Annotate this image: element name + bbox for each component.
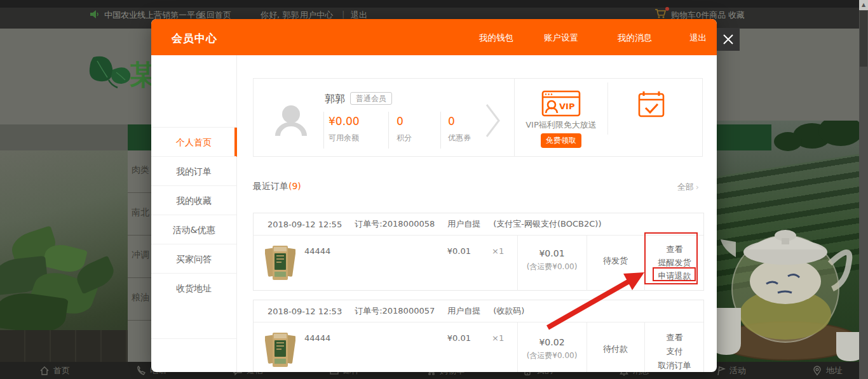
product-image bbox=[265, 330, 295, 369]
nav-account-settings[interactable]: 账户设置 bbox=[544, 32, 578, 44]
order-payment: (支付宝-网银支付(BOCB2C)) bbox=[493, 218, 601, 230]
member-level-badge: 普通会员 bbox=[350, 92, 392, 105]
order-shipping-note: (含运费¥0.00) bbox=[517, 262, 587, 272]
profile-summary-card: 郭郭 普通会员 ¥0.00 可用余额 0 积分 0 优惠券 bbox=[253, 78, 515, 157]
background-photo-right bbox=[717, 121, 860, 362]
nav-my-wallet[interactable]: 我的钱包 bbox=[479, 32, 513, 44]
sidebar-item-my-orders[interactable]: 我的订单 bbox=[151, 156, 236, 185]
bottom-nav-activity[interactable]: 活动 bbox=[715, 362, 746, 379]
order-payment: (收款码) bbox=[493, 305, 524, 317]
quantity: ×1 bbox=[492, 333, 504, 343]
modal-header: 会员中心 我的钱包 账户设置 我的消息 退出 bbox=[151, 19, 717, 55]
modal-title: 会员中心 bbox=[172, 31, 217, 46]
recent-orders-count: (9) bbox=[288, 181, 301, 191]
nav-logout[interactable]: 退出 bbox=[689, 32, 707, 44]
favorites-link[interactable]: 收藏 bbox=[728, 10, 745, 21]
order-total: ¥0.01 bbox=[517, 248, 587, 258]
order-card: 2018-09-12 12:55 订单号:2018000058 用户自提 (支付… bbox=[253, 213, 704, 291]
vip-icon: VIP bbox=[541, 90, 581, 117]
vip-claim-button[interactable]: 免费领取 bbox=[541, 133, 581, 148]
order-status: 待发货 bbox=[587, 255, 644, 267]
sidebar-item-activities[interactable]: 活动&优惠 bbox=[151, 215, 236, 244]
recent-orders-title: 最近订单(9) bbox=[253, 181, 301, 192]
order-action-request-refund[interactable]: 申请退款 bbox=[644, 270, 705, 282]
background-photo-left bbox=[0, 150, 128, 362]
order-body: 44444 ¥0.01 ×1 ¥0.01 (含运费¥0.00) 待发货 查看 提… bbox=[254, 236, 703, 291]
site-logo-leaf-icon bbox=[85, 52, 134, 95]
sidebar-item-personal-home[interactable]: 个人首页 bbox=[151, 127, 236, 156]
vip-promo-card: VIP VIP福利限免大放送 免费领取 bbox=[514, 78, 703, 157]
avatar bbox=[274, 103, 308, 138]
profile-stats: ¥0.00 可用余额 0 积分 0 优惠券 bbox=[323, 112, 510, 149]
product-image bbox=[265, 243, 295, 283]
category-item[interactable]: 冲调 bbox=[128, 236, 151, 278]
home-icon bbox=[39, 366, 50, 376]
announcement-speaker-icon bbox=[90, 9, 100, 20]
order-body: 44444 ¥0.01 ×1 ¥0.02 (含运费¥0.00) 待付款 查看 支… bbox=[254, 322, 703, 372]
user-name: 郭郭 bbox=[325, 93, 345, 106]
sidebar-item-shipping-address[interactable]: 收货地址 bbox=[151, 273, 236, 302]
order-action-view[interactable]: 查看 bbox=[644, 244, 705, 255]
chevron-right-icon[interactable] bbox=[485, 103, 501, 138]
order-action-view[interactable]: 查看 bbox=[644, 332, 705, 343]
stat-balance: ¥0.00 可用余额 bbox=[324, 112, 388, 149]
order-card: 2018-09-12 12:53 订单号:2018000057 用户自提 (收款… bbox=[253, 300, 704, 372]
product-name: 44444 bbox=[304, 333, 330, 343]
order-header: 2018-09-12 12:55 订单号:2018000058 用户自提 (支付… bbox=[254, 213, 703, 236]
order-delivery: 用户自提 bbox=[447, 305, 480, 317]
category-item[interactable]: 南北 bbox=[128, 193, 151, 236]
unit-price: ¥0.01 bbox=[425, 246, 471, 256]
sidebar-item-my-favorites[interactable]: 我的收藏 bbox=[151, 185, 236, 215]
order-header: 2018-09-12 12:53 订单号:2018000057 用户自提 (收款… bbox=[254, 300, 703, 322]
cart-icon[interactable] bbox=[654, 8, 667, 19]
card-divider bbox=[607, 83, 608, 135]
order-action-remind-ship[interactable]: 提醒发货 bbox=[644, 257, 705, 269]
order-datetime: 2018-09-12 12:53 bbox=[268, 307, 342, 316]
stat-points: 0 积分 bbox=[388, 112, 440, 149]
sidebar-item-buyer-qa[interactable]: 买家问答 bbox=[151, 244, 236, 273]
category-sidebar: 肉类 南北 冲调 粮油 bbox=[128, 150, 151, 362]
order-total: ¥0.02 bbox=[517, 337, 587, 347]
svg-text:VIP: VIP bbox=[559, 102, 574, 111]
unit-price: ¥0.01 bbox=[425, 333, 471, 343]
close-icon bbox=[722, 33, 735, 46]
page-scrollbar[interactable]: ▲ bbox=[859, 0, 868, 379]
bottom-nav-home[interactable]: 首页 bbox=[39, 362, 70, 379]
nav-my-messages[interactable]: 我的消息 bbox=[618, 32, 652, 44]
order-number: 订单号:2018000058 bbox=[355, 218, 435, 230]
product-name: 44444 bbox=[304, 246, 330, 256]
order-status: 待付款 bbox=[587, 343, 644, 355]
scrollbar-thumb[interactable] bbox=[860, 11, 867, 67]
checkin-calendar-icon[interactable] bbox=[638, 90, 665, 119]
topbar-separator: | bbox=[342, 10, 344, 19]
order-delivery: 用户自提 bbox=[447, 218, 480, 230]
bottom-nav-address[interactable]: 地址 bbox=[812, 362, 843, 379]
vip-caption: VIP福利限免大放送 bbox=[515, 119, 607, 131]
order-action-pay[interactable]: 支付 bbox=[644, 346, 705, 357]
location-pin-icon bbox=[812, 366, 822, 376]
order-datetime: 2018-09-12 12:55 bbox=[268, 220, 342, 229]
chevron-right-icon: › bbox=[696, 182, 699, 192]
category-item[interactable]: 肉类 bbox=[128, 150, 151, 193]
quantity: ×1 bbox=[492, 246, 504, 256]
order-action-cancel[interactable]: 取消订单 bbox=[644, 360, 705, 371]
phone-icon bbox=[136, 366, 146, 376]
category-item[interactable]: 粮油 bbox=[128, 278, 151, 321]
member-center-modal: 会员中心 我的钱包 账户设置 我的消息 退出 个人首页 我的订单 我的收藏 活动… bbox=[151, 19, 717, 372]
order-shipping-note: (含运费¥0.00) bbox=[517, 350, 587, 361]
scrollbar-up-arrow[interactable]: ▲ bbox=[859, 0, 868, 10]
modal-close-button[interactable] bbox=[717, 28, 740, 51]
cart-badge-dot bbox=[665, 7, 669, 11]
order-number: 订单号:2018000057 bbox=[355, 305, 435, 317]
modal-sidebar: 个人首页 我的订单 我的收藏 活动&优惠 买家问答 收货地址 bbox=[151, 55, 237, 372]
flag-icon bbox=[715, 366, 726, 376]
view-all-orders-link[interactable]: 全部› bbox=[677, 182, 699, 193]
